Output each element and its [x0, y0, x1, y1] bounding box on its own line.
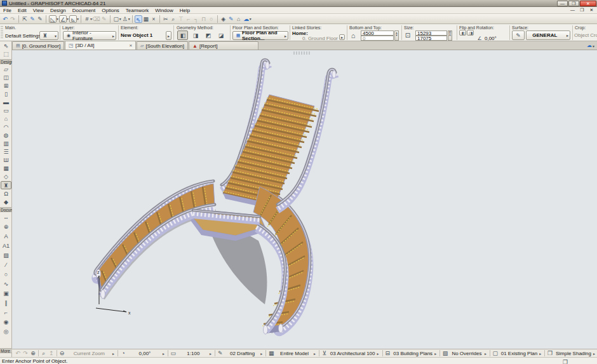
size-b-field[interactable]: 17075: [415, 36, 447, 41]
3d-style-combo[interactable]: Simple Shading▸: [554, 349, 597, 358]
stretch-icon[interactable]: [208, 15, 215, 23]
geometry-3-icon[interactable]: [205, 32, 212, 39]
camera-tool[interactable]: ◉: [1, 318, 11, 327]
guide-lines-icon[interactable]: [49, 15, 57, 23]
undo-icon[interactable]: [1, 15, 9, 23]
fillet-icon[interactable]: [185, 15, 192, 23]
edit-elements-icon[interactable]: [227, 15, 235, 23]
design-section-header[interactable]: Design: [0, 59, 12, 64]
element-value[interactable]: New Object 1: [121, 32, 152, 38]
fill-tool[interactable]: ▨: [1, 252, 11, 260]
stair-tool[interactable]: ☰: [1, 148, 11, 156]
graphic-override-icon[interactable]: [441, 349, 449, 357]
scale-combo[interactable]: 1:100▸: [177, 349, 213, 358]
default-settings-link[interactable]: Default Settings: [5, 33, 41, 39]
doc-close-button[interactable]: ✕: [587, 8, 596, 13]
polyline-tool[interactable]: ∿: [1, 280, 11, 288]
circle-tool[interactable]: ○: [1, 271, 11, 279]
trim-icon[interactable]: [162, 15, 170, 23]
column-tool[interactable]: ▯: [1, 90, 11, 98]
story-popup-button[interactable]: ▸: [339, 34, 345, 40]
tab-navigator-dropdown[interactable]: ▾: [593, 44, 594, 48]
title-bar[interactable]: Untitled - GRAPHISOFT ARCHICAD-64 21 — ❐…: [0, 0, 597, 7]
menu-teamwork[interactable]: Teamwork: [123, 7, 152, 14]
wall-tool[interactable]: ▱: [1, 65, 11, 74]
resize-icon[interactable]: [200, 15, 208, 23]
top-offset-field[interactable]: 4500: [361, 30, 394, 36]
view-forward-icon[interactable]: [22, 349, 29, 357]
menu-options[interactable]: Options: [98, 7, 123, 14]
menu-design[interactable]: Design: [47, 7, 69, 14]
document-section-header[interactable]: Docum: [0, 207, 12, 212]
surface-paint-button[interactable]: [512, 30, 525, 40]
menu-help[interactable]: Help: [177, 7, 193, 14]
3d-style-icon[interactable]: [546, 349, 554, 357]
chamfer-icon[interactable]: [192, 15, 200, 23]
floor-plan-section-button[interactable]: Floor Plan and Section... ▸: [232, 31, 288, 40]
adjust-icon[interactable]: [170, 15, 177, 23]
renovation-filter-combo[interactable]: 01 Existing Plan▸: [499, 349, 543, 358]
geometry-4-icon[interactable]: [217, 32, 225, 39]
infobox-drag-handle[interactable]: [1, 26, 3, 39]
dimensions-combo[interactable]: 03 Building Plans▸: [391, 349, 438, 358]
home-story-value[interactable]: 0. Ground Floor: [302, 36, 338, 41]
tab-south-elevation[interactable]: ▱ [South Elevation]: [137, 41, 188, 50]
arrange-icon[interactable]: [220, 15, 227, 23]
menu-file[interactable]: File: [0, 7, 15, 14]
bottom-offset-field[interactable]: 0: [361, 36, 394, 41]
layer-combination-combo[interactable]: Entire Model▸: [275, 349, 318, 358]
arrow-tool[interactable]: ⇖: [1, 42, 11, 50]
redo-icon[interactable]: [9, 15, 17, 23]
object-tool[interactable]: ♜: [1, 181, 11, 189]
beam-tool[interactable]: ▬: [1, 98, 11, 107]
door-tool[interactable]: ◫: [1, 74, 11, 82]
geometry-method-1-button[interactable]: [177, 30, 188, 40]
railing-tool[interactable]: Ш: [1, 156, 11, 165]
viewport-top-handle[interactable]: [293, 51, 310, 55]
tab-close-icon[interactable]: ×: [129, 43, 132, 48]
pen-dim-icon[interactable]: [100, 15, 108, 23]
tab-ground-floor[interactable]: ▤ [0. Ground Floor]: [12, 41, 64, 50]
object-settings-button[interactable]: ▾: [39, 31, 58, 40]
slab-tool[interactable]: ▭: [1, 107, 11, 115]
level-dimension-tool[interactable]: ⊕: [1, 223, 11, 231]
detail-tool[interactable]: ◎: [1, 328, 11, 336]
dimensions-icon[interactable]: [384, 349, 391, 357]
model-view-combo[interactable]: 03 Architectural 100▸: [328, 349, 381, 358]
window-tool[interactable]: ⊞: [1, 82, 11, 90]
structure-display-icon[interactable]: [321, 349, 328, 357]
maximize-button[interactable]: ❐: [568, 1, 579, 6]
close-button[interactable]: ✕: [580, 1, 596, 6]
pen-set-combo[interactable]: 02 Drafting▸: [224, 349, 265, 358]
suspend-groups-icon[interactable]: [150, 15, 158, 23]
size-link-buttons[interactable]: RA: [448, 30, 452, 41]
orbit-icon[interactable]: [48, 349, 55, 357]
viewport-3d[interactable]: z x: [12, 50, 597, 349]
zone-tool[interactable]: ◇: [1, 173, 11, 181]
dimension-tool[interactable]: ↔: [1, 213, 11, 222]
bottom-top-spinner[interactable]: ▴▾: [394, 30, 399, 41]
size-a-field[interactable]: 15293: [415, 30, 447, 36]
more-section-header[interactable]: More: [0, 348, 12, 353]
skylight-tool[interactable]: ◍: [1, 131, 11, 140]
doc-minimize-button[interactable]: —: [568, 8, 577, 13]
shell-tool[interactable]: ◠: [1, 123, 11, 131]
line-tool[interactable]: ∕: [1, 261, 11, 269]
geometry-2-icon[interactable]: [192, 32, 199, 39]
lamp-tool[interactable]: Ω: [1, 190, 11, 198]
drawing-tool[interactable]: ▣: [1, 290, 11, 298]
renovation-filter-icon[interactable]: [492, 349, 499, 357]
orientation-combo[interactable]: 0,00°▸: [127, 349, 166, 358]
menu-edit[interactable]: Edit: [15, 7, 30, 14]
section-tool[interactable]: ∥: [1, 299, 11, 307]
element-popup-button[interactable]: ▸: [166, 31, 171, 40]
marquee-tool[interactable]: ⬚: [1, 50, 11, 58]
mirror-a-button[interactable]: [459, 30, 466, 36]
doc-restore-button[interactable]: ❐: [578, 8, 586, 13]
menu-document[interactable]: Document: [69, 7, 98, 14]
text-tool[interactable]: A: [1, 233, 11, 241]
layer-combination-icon[interactable]: [267, 349, 275, 357]
pen-icon[interactable]: [36, 15, 44, 23]
menu-window[interactable]: Window: [152, 7, 176, 14]
pan-icon[interactable]: [40, 349, 48, 357]
